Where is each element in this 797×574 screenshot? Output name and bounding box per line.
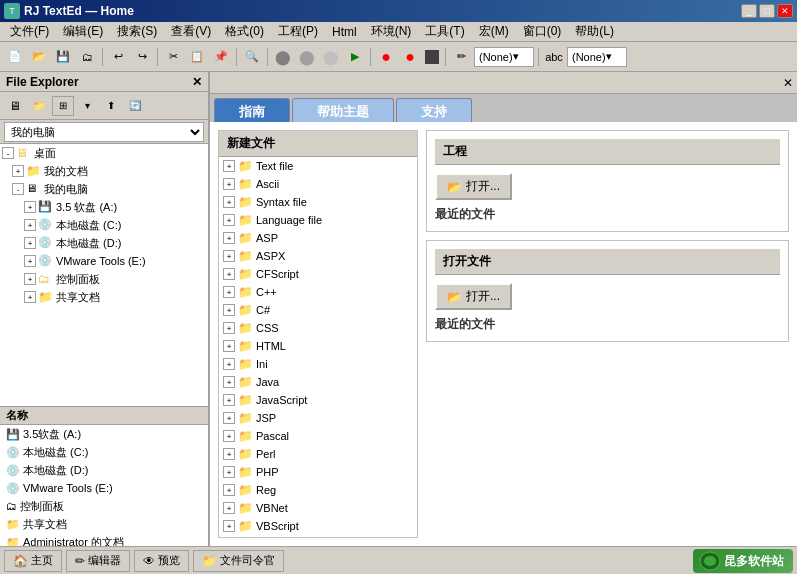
menu-env[interactable]: 环境(N) [365,21,418,42]
list-item-1[interactable]: 💿 本地磁盘 (C:) [0,443,208,461]
file-type-ascii[interactable]: + 📁 Ascii [219,175,417,193]
explorer-btn-refresh[interactable]: 🔄 [124,96,146,116]
file-type-csharp[interactable]: + 📁 C# [219,301,417,319]
menu-format[interactable]: 格式(0) [219,21,270,42]
expand-ini[interactable]: + [223,358,235,370]
menu-project[interactable]: 工程(P) [272,21,324,42]
explorer-btn-grid[interactable]: ⊞ [52,96,74,116]
file-type-perl[interactable]: + 📁 Perl [219,445,417,463]
expand-vbscript[interactable]: + [223,520,235,532]
toolbar-find[interactable]: 🔍 [241,46,263,68]
explorer-btn-1[interactable]: 🖥 [4,96,26,116]
file-type-jsp[interactable]: + 📁 JSP [219,409,417,427]
toolbar-undo[interactable]: ↩ [107,46,129,68]
tree-shared[interactable]: + 📁 共享文档 [0,288,208,306]
toolbar-redo[interactable]: ↪ [131,46,153,68]
tree-mydocs[interactable]: + 📁 我的文档 [0,162,208,180]
maximize-button[interactable]: □ [759,4,775,18]
menu-search[interactable]: 搜索(S) [111,21,163,42]
toolbar-stop[interactable] [425,50,439,64]
toolbar-cut[interactable]: ✂ [162,46,184,68]
file-type-java[interactable]: + 📁 Java [219,373,417,391]
expand-java[interactable]: + [223,376,235,388]
expand-shared[interactable]: + [24,291,36,303]
toolbar-play[interactable]: ▶ [344,46,366,68]
toolbar-pencil[interactable]: ✏ [450,46,472,68]
toolbar-paste[interactable]: 📌 [210,46,232,68]
open-file-button[interactable]: 📂 打开... [435,283,512,310]
tree-floppy[interactable]: + 💾 3.5 软盘 (A:) [0,198,208,216]
file-list-area[interactable]: 名称 💾 3.5软盘 (A:) 💿 本地磁盘 (C:) 💿 本地磁盘 (D:) … [0,406,208,546]
file-type-aspx[interactable]: + 📁 ASPX [219,247,417,265]
tab-help[interactable]: 帮助主题 [292,98,394,122]
expand-reg[interactable]: + [223,484,235,496]
expand-php[interactable]: + [223,466,235,478]
tree-drive-c[interactable]: + 💿 本地磁盘 (C:) [0,216,208,234]
list-item-3[interactable]: 💿 VMware Tools (E:) [0,479,208,497]
expand-text[interactable]: + [223,160,235,172]
toolbar-save-all[interactable]: 🗂 [76,46,98,68]
list-item-0[interactable]: 💾 3.5软盘 (A:) [0,425,208,443]
expand-csharp[interactable]: + [223,304,235,316]
expand-vbnet[interactable]: + [223,502,235,514]
file-type-lang[interactable]: + 📁 Language file [219,211,417,229]
menu-window[interactable]: 窗口(0) [517,21,568,42]
tab-guide[interactable]: 指南 [214,98,290,122]
tree-control-panel[interactable]: + 🗂 控制面板 [0,270,208,288]
close-button[interactable]: ✕ [777,4,793,18]
file-type-list[interactable]: + 📁 Text file + 📁 Ascii + 📁 Syntax file [219,157,417,537]
file-type-ini[interactable]: + 📁 Ini [219,355,417,373]
toolbar-open[interactable]: 📂 [28,46,50,68]
file-type-asp[interactable]: + 📁 ASP [219,229,417,247]
expand-html[interactable]: + [223,340,235,352]
expand-desktop[interactable]: - [2,147,14,159]
status-tab-home[interactable]: 🏠 主页 [4,550,62,572]
expand-asp[interactable]: + [223,232,235,244]
toolbar-circle2[interactable]: ⬤ [296,46,318,68]
menu-macro[interactable]: 宏(M) [473,21,515,42]
file-type-syntax[interactable]: + 📁 Syntax file [219,193,417,211]
expand-jsp[interactable]: + [223,412,235,424]
explorer-close[interactable]: ✕ [192,75,202,89]
toolbar-dropdown-2[interactable]: (None)▾ [567,47,627,67]
expand-ascii[interactable]: + [223,178,235,190]
list-item-5[interactable]: 📁 共享文档 [0,515,208,533]
file-type-js[interactable]: + 📁 JavaScript [219,391,417,409]
file-type-text[interactable]: + 📁 Text file [219,157,417,175]
toolbar-new[interactable]: 📄 [4,46,26,68]
expand-drive-c[interactable]: + [24,219,36,231]
toolbar-spell[interactable]: abc [543,46,565,68]
file-type-php[interactable]: + 📁 PHP [219,463,417,481]
expand-perl[interactable]: + [223,448,235,460]
tab-support[interactable]: 支持 [396,98,472,122]
minimize-button[interactable]: _ [741,4,757,18]
file-type-vbnet[interactable]: + 📁 VBNet [219,499,417,517]
file-type-pascal[interactable]: + 📁 Pascal [219,427,417,445]
explorer-btn-up[interactable]: ⬆ [100,96,122,116]
project-open-button[interactable]: 📂 打开... [435,173,512,200]
tree-drive-e[interactable]: + 💿 VMware Tools (E:) [0,252,208,270]
expand-lang[interactable]: + [223,214,235,226]
toolbar-dropdown-1[interactable]: (None)▾ [474,47,534,67]
right-close-icon[interactable]: ✕ [783,76,793,90]
explorer-btn-2[interactable]: 📁 [28,96,50,116]
list-item-2[interactable]: 💿 本地磁盘 (D:) [0,461,208,479]
explorer-btn-dropdown[interactable]: ▾ [76,96,98,116]
expand-aspx[interactable]: + [223,250,235,262]
expand-css[interactable]: + [223,322,235,334]
toolbar-dot-red2[interactable]: ● [399,46,421,68]
menu-tools[interactable]: 工具(T) [419,21,470,42]
toolbar-circle3[interactable]: ⬤ [320,46,342,68]
toolbar-save[interactable]: 💾 [52,46,74,68]
expand-cp[interactable]: + [24,273,36,285]
file-type-html[interactable]: + 📁 HTML [219,337,417,355]
list-item-4[interactable]: 🗂 控制面板 [0,497,208,515]
tree-mypc[interactable]: - 🖥 我的电脑 [0,180,208,198]
menu-help[interactable]: 帮助(L) [569,21,620,42]
file-type-css[interactable]: + 📁 CSS [219,319,417,337]
expand-mydocs[interactable]: + [12,165,24,177]
expand-cfscript[interactable]: + [223,268,235,280]
expand-js[interactable]: + [223,394,235,406]
toolbar-copy[interactable]: 📋 [186,46,208,68]
file-type-reg[interactable]: + 📁 Reg [219,481,417,499]
